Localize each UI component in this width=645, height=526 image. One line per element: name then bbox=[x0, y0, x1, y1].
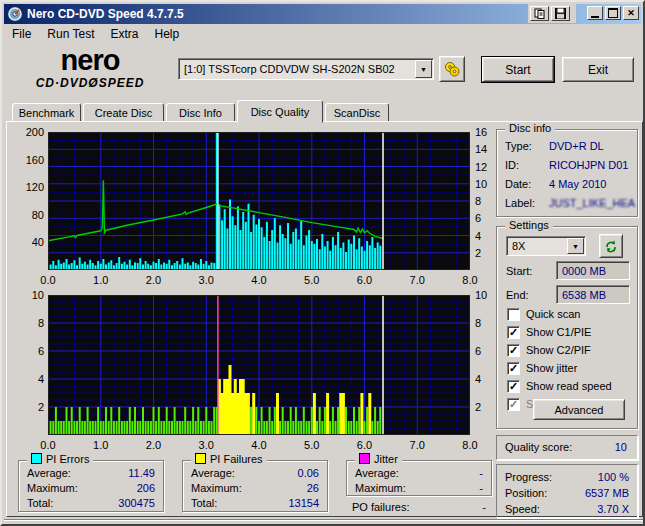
save-icon bbox=[555, 8, 566, 19]
checkbox-box[interactable]: ✓ bbox=[507, 380, 520, 393]
pi-errors-row: Total:300475 bbox=[27, 497, 155, 512]
chevron-down-icon: ▼ bbox=[420, 66, 427, 73]
pi-failures-group: PI FailuresAverage:0.06Maximum:26Total:1… bbox=[182, 460, 328, 512]
progress-value: 3.70 X bbox=[597, 503, 629, 515]
pi-errors-label: Average: bbox=[27, 467, 71, 479]
start-button[interactable]: Start bbox=[482, 57, 554, 82]
progress-row: Position:6537 MB bbox=[505, 487, 629, 502]
refresh-button[interactable] bbox=[599, 234, 623, 258]
minimize-icon bbox=[591, 16, 599, 18]
close-button[interactable]: ✕ bbox=[623, 6, 639, 20]
y-axis-right-tick: 14 bbox=[475, 143, 487, 155]
eject-button[interactable] bbox=[439, 56, 465, 82]
drive-select-arrow[interactable]: ▼ bbox=[415, 60, 432, 78]
tab-scandisc[interactable]: ScanDisc bbox=[325, 103, 389, 122]
checkbox-box[interactable]: ✓ bbox=[507, 326, 520, 339]
advanced-button[interactable]: Advanced bbox=[533, 399, 625, 420]
checkbox-show-c1-pie[interactable]: ✓Show C1/PIE bbox=[507, 325, 591, 339]
checkbox-box[interactable]: ✓ bbox=[507, 344, 520, 357]
jitter-extra-value: - bbox=[482, 501, 486, 513]
progress-row: Progress:100 % bbox=[505, 471, 629, 486]
titlebar-toolbar bbox=[528, 4, 576, 23]
start-field[interactable]: 0000 MB bbox=[556, 261, 630, 280]
pi-errors-value: 11.49 bbox=[128, 467, 155, 479]
jitter-label: Average: bbox=[355, 467, 399, 479]
disc-info-label: ID: bbox=[505, 159, 519, 171]
refresh-icon bbox=[604, 239, 618, 253]
x-axis-tick: 5.0 bbox=[297, 274, 327, 286]
pi-failures-value: 13154 bbox=[288, 497, 319, 509]
checkbox-box[interactable]: ✓ bbox=[507, 362, 520, 375]
tab-disc-quality[interactable]: Disc Quality bbox=[237, 100, 323, 123]
y-axis-right-tick: 6 bbox=[475, 345, 481, 357]
speed-select-value: 8X bbox=[512, 240, 567, 252]
jitter-extra-label: PO failures: bbox=[352, 501, 409, 513]
y-axis-right-tick: 2 bbox=[475, 401, 481, 413]
y-axis-right-tick: 12 bbox=[475, 161, 487, 173]
quality-score-value: 10 bbox=[615, 441, 627, 453]
menu-extra[interactable]: Extra bbox=[102, 25, 146, 43]
checkbox-box[interactable] bbox=[507, 308, 520, 321]
menu-bar: FileRun TestExtraHelp bbox=[4, 24, 641, 43]
x-axis-tick: 7.0 bbox=[402, 439, 432, 451]
save-button[interactable] bbox=[551, 6, 570, 21]
app-icon bbox=[7, 6, 23, 22]
pi-errors-row: Maximum:206 bbox=[27, 482, 155, 497]
app-window: Nero CD-DVD Speed 4.7.7.5 ✕ FileRun Test… bbox=[0, 0, 645, 526]
maximize-button[interactable] bbox=[605, 6, 621, 20]
checkbox-label: Show C1/PIE bbox=[526, 326, 591, 338]
tab-disc-info[interactable]: Disc Info bbox=[166, 103, 235, 122]
x-axis-tick: 3.0 bbox=[191, 439, 221, 451]
checkbox-show-jitter[interactable]: ✓Show jitter bbox=[507, 361, 577, 375]
menu-run-test[interactable]: Run Test bbox=[39, 25, 102, 43]
chevron-down-icon: ▼ bbox=[572, 243, 579, 250]
jitter-row: Average:- bbox=[355, 467, 483, 482]
status-bar bbox=[4, 519, 645, 526]
pi-failures-row: Total:13154 bbox=[191, 497, 319, 512]
drive-select[interactable]: [1:0] TSSTcorp CDDVDW SH-S202N SB02 ▼ bbox=[178, 58, 434, 80]
exit-button[interactable]: Exit bbox=[562, 57, 634, 82]
pi-errors-group: PI ErrorsAverage:11.49Maximum:206Total:3… bbox=[18, 460, 164, 512]
x-axis-tick: 1.0 bbox=[86, 439, 116, 451]
checkbox-label: Quick scan bbox=[526, 308, 580, 320]
report-button[interactable] bbox=[530, 6, 549, 21]
jitter-value: - bbox=[479, 467, 483, 479]
pi-failures-row: Average:0.06 bbox=[191, 467, 319, 482]
progress-value: 6537 MB bbox=[585, 487, 629, 499]
checkbox-label: Show read speed bbox=[526, 380, 612, 392]
speed-select[interactable]: 8X ▼ bbox=[506, 236, 586, 256]
menu-file[interactable]: File bbox=[4, 25, 39, 43]
speed-select-arrow[interactable]: ▼ bbox=[567, 238, 584, 254]
x-axis-tick: 3.0 bbox=[191, 274, 221, 286]
eject-icon bbox=[444, 61, 460, 77]
x-axis-tick: 4.0 bbox=[244, 439, 274, 451]
tab-benchmark[interactable]: Benchmark bbox=[12, 103, 81, 122]
disc-info-legend: Disc info bbox=[505, 122, 555, 134]
x-axis-tick: 7.0 bbox=[402, 274, 432, 286]
progress-label: Progress: bbox=[505, 471, 552, 483]
x-axis-tick: 6.0 bbox=[350, 439, 380, 451]
x-axis-tick: 0.0 bbox=[33, 274, 63, 286]
x-axis-tick: 8.0 bbox=[455, 439, 485, 451]
disc-info-label: Label: bbox=[505, 197, 535, 209]
checkbox-show-c2-pif[interactable]: ✓Show C2/PIF bbox=[507, 343, 591, 357]
minimize-button[interactable] bbox=[587, 6, 603, 20]
x-axis-tick: 2.0 bbox=[139, 439, 169, 451]
checkbox-show-read-speed[interactable]: ✓Show read speed bbox=[507, 379, 612, 393]
checkbox-quick-scan[interactable]: Quick scan bbox=[507, 307, 580, 321]
y-axis-right-tick: 16 bbox=[475, 126, 487, 138]
end-field[interactable]: 6538 MB bbox=[556, 285, 630, 304]
pi-failures-label: Total: bbox=[191, 497, 217, 509]
menu-help[interactable]: Help bbox=[147, 25, 188, 43]
checkbox-label: Show jitter bbox=[526, 362, 577, 374]
disc-info-row: Label:JUST_LIKE_HEA bbox=[505, 197, 629, 212]
x-axis-tick: 8.0 bbox=[455, 274, 485, 286]
y-axis-left-tick: 160 bbox=[14, 154, 44, 166]
close-icon: ✕ bbox=[627, 8, 635, 18]
y-axis-right-tick: 4 bbox=[475, 373, 481, 385]
tab-create-disc[interactable]: Create Disc bbox=[83, 103, 164, 122]
y-axis-right-tick: 4 bbox=[475, 230, 481, 242]
pi-failures-legend: PI Failures bbox=[191, 453, 267, 465]
y-axis-left-tick: 80 bbox=[14, 209, 44, 221]
progress-value: 100 % bbox=[598, 471, 629, 483]
